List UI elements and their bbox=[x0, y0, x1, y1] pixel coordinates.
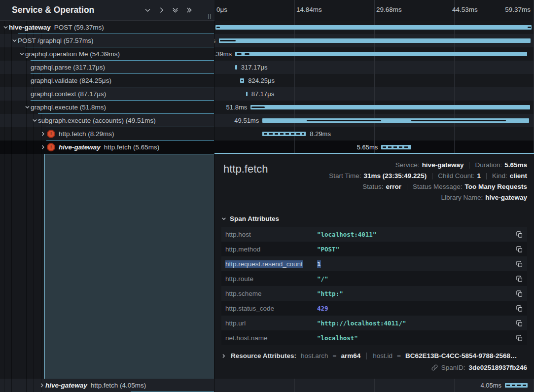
link-icon[interactable] bbox=[431, 364, 438, 371]
attribute-value: 1 bbox=[317, 260, 321, 268]
span-duration-label: 51.8ms bbox=[226, 104, 248, 111]
span-row-graphql-execute[interactable]: graphql.execute (51.8ms) bbox=[0, 101, 214, 114]
attribute-key: http.scheme bbox=[225, 290, 262, 297]
attribute-key: net.host.name bbox=[225, 334, 268, 342]
span-row-http-fetch-1[interactable]: ! http.fetch (8.29ms) bbox=[0, 127, 214, 141]
chevron-down-icon[interactable] bbox=[18, 51, 25, 57]
chevron-down-icon[interactable] bbox=[31, 118, 38, 123]
attribute-key: http.method bbox=[225, 246, 260, 253]
span-row-subgraph-execute[interactable]: subgraph.execute (accounts) (49.51ms) bbox=[0, 114, 214, 127]
timeline-row: 824.25μs bbox=[214, 74, 534, 87]
copy-icon[interactable] bbox=[516, 320, 523, 327]
trace-viewer: 0μs 14.84ms 29.68ms 44.53ms 59.37ms 57.5… bbox=[0, 0, 534, 392]
chevron-down-icon bbox=[221, 216, 226, 221]
span-row-hive-gateway-post[interactable]: hive-gateway POST (59.37ms) bbox=[0, 21, 214, 34]
copy-icon[interactable] bbox=[516, 246, 523, 253]
span-bar[interactable] bbox=[235, 52, 527, 56]
collapse-one-icon[interactable] bbox=[144, 6, 151, 14]
library-name-label: Library Name: bbox=[441, 192, 483, 203]
panel-divider[interactable] bbox=[214, 0, 214, 392]
attribute-row[interactable]: http.method "POST" bbox=[221, 242, 527, 256]
chevron-down-icon[interactable] bbox=[11, 38, 18, 43]
attribute-row[interactable]: http.scheme "http:" bbox=[221, 286, 527, 301]
attribute-key: http.host bbox=[225, 231, 251, 238]
span-row-post-graphql[interactable]: POST /graphql (57.57ms) bbox=[0, 34, 214, 47]
resource-attr-value: BC62E13B-C4CC-5854-9788-2568… bbox=[405, 352, 517, 359]
span-bar[interactable] bbox=[240, 78, 244, 83]
attribute-row[interactable]: http.status_code 429 bbox=[221, 301, 527, 316]
attribute-row-selected[interactable]: http.request.resend_count 1 bbox=[221, 256, 527, 271]
copy-icon[interactable] bbox=[516, 275, 523, 283]
copy-icon[interactable] bbox=[516, 260, 523, 268]
span-bar[interactable] bbox=[235, 65, 237, 70]
panel-title: Service & Operation bbox=[12, 5, 94, 15]
chevron-down-icon[interactable] bbox=[2, 25, 9, 30]
attribute-value: "/" bbox=[317, 275, 328, 283]
attribute-key: http.status_code bbox=[225, 305, 274, 312]
chevron-right-icon[interactable] bbox=[39, 144, 46, 150]
span-attributes-toggle[interactable]: Span Attributes bbox=[221, 215, 527, 222]
span-duration-label: 57.57ms bbox=[214, 37, 215, 44]
span-bar[interactable] bbox=[246, 92, 248, 96]
attribute-value: "POST" bbox=[317, 246, 339, 253]
copy-icon[interactable] bbox=[516, 290, 523, 297]
timeline-row: 4.05ms bbox=[214, 379, 534, 392]
panel-resize-handle[interactable]: || bbox=[208, 13, 212, 19]
resource-attributes-title: Resource Attributes: bbox=[231, 352, 296, 359]
service-value: hive-gateway bbox=[422, 160, 464, 171]
resource-attributes-row[interactable]: Resource Attributes: host.arch = arm64 h… bbox=[221, 352, 527, 359]
start-time-value: 31ms (23:35:49.225) bbox=[364, 171, 427, 181]
span-row-graphql-validate[interactable]: graphql.validate (824.25μs) bbox=[0, 74, 214, 87]
span-operation: graphql.execute (51.8ms) bbox=[31, 104, 106, 111]
span-bar[interactable] bbox=[215, 25, 532, 30]
copy-icon[interactable] bbox=[516, 231, 523, 238]
attribute-row[interactable]: http.url "http://localhost:4011/" bbox=[221, 316, 527, 330]
attribute-value: "localhost" bbox=[317, 334, 358, 342]
copy-icon[interactable] bbox=[516, 334, 523, 342]
meta-divider bbox=[407, 184, 407, 190]
span-bar[interactable] bbox=[505, 383, 528, 388]
detail-title: http.fetch bbox=[223, 163, 268, 176]
chevron-right-icon[interactable] bbox=[38, 383, 45, 388]
expand-one-icon[interactable] bbox=[158, 6, 165, 14]
copy-icon[interactable] bbox=[516, 305, 523, 312]
span-bar[interactable] bbox=[262, 132, 306, 136]
selected-span-detail-block bbox=[44, 154, 214, 379]
error-icon: ! bbox=[47, 130, 55, 138]
meta-divider bbox=[486, 173, 487, 179]
span-id-value: 3de02518937fb246 bbox=[468, 364, 527, 371]
timeline-row-selected: 5.65ms bbox=[214, 141, 534, 154]
span-bar[interactable] bbox=[381, 145, 411, 149]
span-duration-label: 317.17μs bbox=[241, 64, 268, 71]
span-attributes-title: Span Attributes bbox=[230, 215, 279, 222]
kind-value: client bbox=[510, 171, 527, 181]
span-service: hive-gateway bbox=[9, 24, 51, 31]
resource-divider bbox=[366, 353, 367, 359]
timeline-row bbox=[214, 21, 534, 34]
span-row-graphql-operation[interactable]: graphql.operation Me (54.39ms) bbox=[0, 47, 214, 61]
chevron-down-icon[interactable] bbox=[24, 105, 31, 110]
collapse-all-icon[interactable] bbox=[172, 6, 179, 14]
chevron-right-icon[interactable] bbox=[39, 131, 46, 137]
span-bar[interactable] bbox=[250, 105, 530, 109]
span-operation: POST (59.37ms) bbox=[54, 24, 104, 31]
span-row-http-fetch-bottom[interactable]: hive-gateway http.fetch (4.05ms) bbox=[0, 379, 214, 392]
timeline-row: 8.29ms bbox=[214, 127, 534, 141]
status-message-label: Status Message: bbox=[413, 181, 463, 192]
attribute-row[interactable]: http.route "/" bbox=[221, 271, 527, 286]
expand-all-icon[interactable] bbox=[185, 6, 193, 14]
span-bar[interactable] bbox=[219, 38, 531, 43]
span-row-graphql-parse[interactable]: graphql.parse (317.17μs) bbox=[0, 61, 214, 74]
span-bar[interactable] bbox=[262, 118, 529, 123]
detail-meta: Service: hive-gateway Duration: 5.65ms S… bbox=[329, 160, 527, 203]
axis-tick: 29.68ms bbox=[376, 6, 402, 13]
span-operation: http.fetch (8.29ms) bbox=[59, 130, 114, 138]
span-duration-label: 87.17μs bbox=[251, 90, 275, 98]
attribute-row[interactable]: net.host.name "localhost" bbox=[221, 330, 527, 345]
timeline-row: 317.17μs bbox=[214, 61, 534, 74]
attribute-row[interactable]: http.host "localhost:4011" bbox=[221, 227, 527, 242]
span-row-http-fetch-selected[interactable]: ! hive-gateway http.fetch (5.65ms) bbox=[0, 141, 214, 154]
span-detail-panel: http.fetch Service: hive-gateway Duratio… bbox=[214, 153, 534, 379]
span-row-graphql-context[interactable]: graphql.context (87.17μs) bbox=[0, 87, 214, 101]
span-duration-label: 824.25μs bbox=[248, 77, 275, 84]
